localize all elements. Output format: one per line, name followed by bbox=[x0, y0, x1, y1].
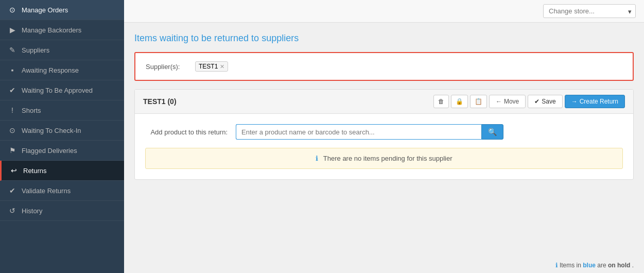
return-header: TEST1 (0) 🗑 🔒 📋 ← Move ✔ Save → bbox=[135, 90, 633, 114]
sidebar-item-suppliers[interactable]: ✎ Suppliers bbox=[0, 40, 124, 60]
move-label: Move bbox=[504, 98, 519, 105]
sidebar-label-returns: Returns bbox=[23, 167, 47, 175]
manage-backorders-icon: ▶ bbox=[8, 26, 16, 34]
no-items-message: There are no items pending for this supp… bbox=[323, 155, 452, 162]
product-search-input[interactable] bbox=[236, 124, 481, 140]
waiting-to-check-in-icon: ⊙ bbox=[8, 126, 16, 134]
sidebar-item-flagged-deliveries[interactable]: ⚑ Flagged Deliveries bbox=[0, 141, 124, 161]
sidebar-item-waiting-to-check-in[interactable]: ⊙ Waiting To Check-In bbox=[0, 121, 124, 141]
content-area: Items waiting to be returned to supplier… bbox=[124, 23, 644, 258]
on-hold-text: on hold bbox=[608, 262, 630, 269]
sidebar-label-manage-backorders: Manage Backorders bbox=[22, 26, 81, 34]
return-body: Add product to this return: 🔍 ℹ There ar… bbox=[135, 114, 633, 179]
search-icon: 🔍 bbox=[488, 128, 497, 136]
supplier-tag-label: TEST1 bbox=[199, 63, 218, 70]
footer-note: ℹ Items in blue are on hold . bbox=[124, 258, 644, 273]
waiting-to-be-approved-icon: ✔ bbox=[8, 86, 16, 94]
sidebar-label-validate-returns: Validate Returns bbox=[22, 187, 71, 195]
sidebar: ⊙ Manage Orders ▶ Manage Backorders ✎ Su… bbox=[0, 0, 124, 273]
store-select[interactable]: Change store... Change store...Store 1St… bbox=[543, 4, 636, 18]
suppliers-icon: ✎ bbox=[8, 46, 16, 54]
copy-button[interactable]: 📋 bbox=[470, 95, 487, 108]
manage-orders-icon: ⊙ bbox=[8, 6, 16, 14]
sidebar-label-shorts: Shorts bbox=[22, 107, 41, 114]
create-return-label: Create Return bbox=[580, 98, 618, 105]
search-wrapper: 🔍 bbox=[236, 124, 503, 140]
awaiting-response-icon: ▪ bbox=[8, 66, 16, 74]
sidebar-label-waiting-to-check-in: Waiting To Check-In bbox=[22, 127, 81, 134]
return-section: TEST1 (0) 🗑 🔒 📋 ← Move ✔ Save → bbox=[134, 89, 634, 180]
sidebar-item-awaiting-response[interactable]: ▪ Awaiting Response bbox=[0, 60, 124, 80]
store-selector-wrapper: Change store... Change store...Store 1St… bbox=[543, 4, 636, 18]
topbar: Change store... Change store...Store 1St… bbox=[124, 0, 644, 23]
create-return-button[interactable]: → Create Return bbox=[565, 95, 625, 108]
sidebar-item-manage-orders[interactable]: ⊙ Manage Orders bbox=[0, 0, 124, 20]
validate-returns-icon: ✔ bbox=[8, 186, 16, 195]
checkmark-icon: ✔ bbox=[534, 98, 539, 105]
no-items-alert: ℹ There are no items pending for this su… bbox=[145, 148, 623, 169]
supplier-filter-label: Supplier(s): bbox=[146, 63, 187, 71]
save-button[interactable]: ✔ Save bbox=[528, 95, 562, 108]
shorts-icon: ! bbox=[8, 106, 16, 114]
sidebar-item-shorts[interactable]: ! Shorts bbox=[0, 100, 124, 121]
supplier-tags: TEST1 ✕ bbox=[195, 61, 622, 72]
sidebar-item-returns[interactable]: ↩ Returns bbox=[0, 161, 124, 181]
return-title: TEST1 (0) bbox=[143, 97, 177, 106]
sidebar-item-manage-backorders[interactable]: ▶ Manage Backorders bbox=[0, 20, 124, 40]
add-product-row: Add product to this return: 🔍 bbox=[145, 124, 623, 140]
history-icon: ↺ bbox=[8, 207, 16, 215]
info-icon: ℹ bbox=[316, 155, 318, 162]
blue-text: blue bbox=[583, 262, 596, 269]
flagged-deliveries-icon: ⚑ bbox=[8, 146, 16, 155]
sidebar-label-suppliers: Suppliers bbox=[22, 46, 49, 54]
footer-info-icon: ℹ bbox=[555, 262, 558, 269]
delete-button[interactable]: 🗑 bbox=[433, 95, 449, 108]
lock-button[interactable]: 🔒 bbox=[451, 95, 468, 108]
save-label: Save bbox=[542, 98, 555, 105]
main-area: Change store... Change store...Store 1St… bbox=[124, 0, 644, 273]
move-button[interactable]: ← Move bbox=[489, 95, 526, 108]
sidebar-label-flagged-deliveries: Flagged Deliveries bbox=[22, 147, 77, 155]
add-product-label: Add product to this return: bbox=[145, 128, 228, 136]
sidebar-item-validate-returns[interactable]: ✔ Validate Returns bbox=[0, 181, 124, 201]
sidebar-label-awaiting-response: Awaiting Response bbox=[22, 66, 79, 74]
arrow-icon: → bbox=[571, 98, 578, 105]
move-icon: ← bbox=[496, 98, 502, 105]
sidebar-label-waiting-to-be-approved: Waiting To Be Approved bbox=[22, 87, 93, 94]
sidebar-item-history[interactable]: ↺ History bbox=[0, 201, 124, 221]
return-actions: 🗑 🔒 📋 ← Move ✔ Save → Create Return bbox=[433, 95, 625, 108]
page-title: Items waiting to be returned to supplier… bbox=[134, 33, 634, 44]
sidebar-label-history: History bbox=[22, 207, 42, 215]
returns-icon: ↩ bbox=[10, 166, 18, 175]
filter-box: Supplier(s): TEST1 ✕ bbox=[134, 52, 634, 81]
supplier-tag-test1[interactable]: TEST1 ✕ bbox=[195, 61, 228, 72]
tag-remove-button[interactable]: ✕ bbox=[220, 63, 224, 70]
sidebar-label-manage-orders: Manage Orders bbox=[22, 6, 68, 14]
sidebar-item-waiting-to-be-approved[interactable]: ✔ Waiting To Be Approved bbox=[0, 80, 124, 100]
search-button[interactable]: 🔍 bbox=[481, 124, 503, 140]
